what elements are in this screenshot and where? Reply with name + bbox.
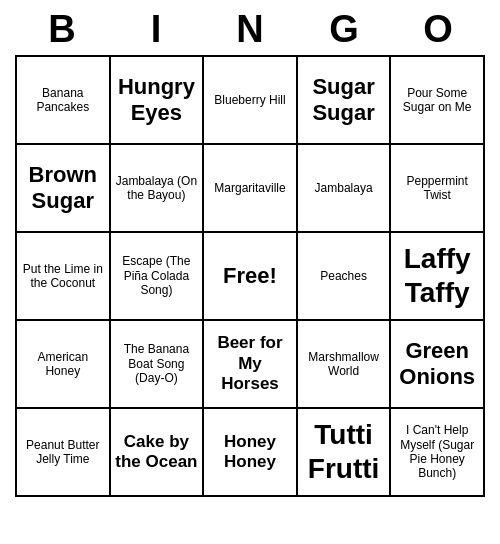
bingo-cell-7: Margaritaville [204, 145, 298, 233]
bingo-cell-19: Green Onions [391, 321, 485, 409]
bingo-cell-24: I Can't Help Myself (Sugar Pie Honey Bun… [391, 409, 485, 497]
bingo-cell-12: Free! [204, 233, 298, 321]
bingo-cell-6: Jambalaya (On the Bayou) [111, 145, 205, 233]
bingo-header: BINGO [15, 0, 485, 55]
bingo-cell-17: Beer for My Horses [204, 321, 298, 409]
bingo-cell-15: American Honey [17, 321, 111, 409]
bingo-cell-9: Peppermint Twist [391, 145, 485, 233]
bingo-cell-3: Sugar Sugar [298, 57, 392, 145]
bingo-cell-5: Brown Sugar [17, 145, 111, 233]
bingo-cell-10: Put the Lime in the Coconut [17, 233, 111, 321]
bingo-cell-23: Tutti Frutti [298, 409, 392, 497]
bingo-cell-2: Blueberry Hill [204, 57, 298, 145]
bingo-cell-4: Pour Some Sugar on Me [391, 57, 485, 145]
bingo-cell-18: Marshmallow World [298, 321, 392, 409]
bingo-letter-g: G [300, 8, 388, 51]
bingo-letter-b: B [18, 8, 106, 51]
bingo-cell-20: Peanut Butter Jelly Time [17, 409, 111, 497]
bingo-cell-14: Laffy Taffy [391, 233, 485, 321]
bingo-grid: Banana PancakesHungry EyesBlueberry Hill… [15, 55, 485, 497]
bingo-letter-i: I [112, 8, 200, 51]
bingo-cell-13: Peaches [298, 233, 392, 321]
bingo-cell-8: Jambalaya [298, 145, 392, 233]
bingo-cell-16: The Banana Boat Song (Day-O) [111, 321, 205, 409]
bingo-cell-22: Honey Honey [204, 409, 298, 497]
bingo-letter-n: N [206, 8, 294, 51]
bingo-cell-21: Cake by the Ocean [111, 409, 205, 497]
bingo-letter-o: O [394, 8, 482, 51]
bingo-cell-1: Hungry Eyes [111, 57, 205, 145]
bingo-cell-0: Banana Pancakes [17, 57, 111, 145]
bingo-cell-11: Escape (The Piña Colada Song) [111, 233, 205, 321]
